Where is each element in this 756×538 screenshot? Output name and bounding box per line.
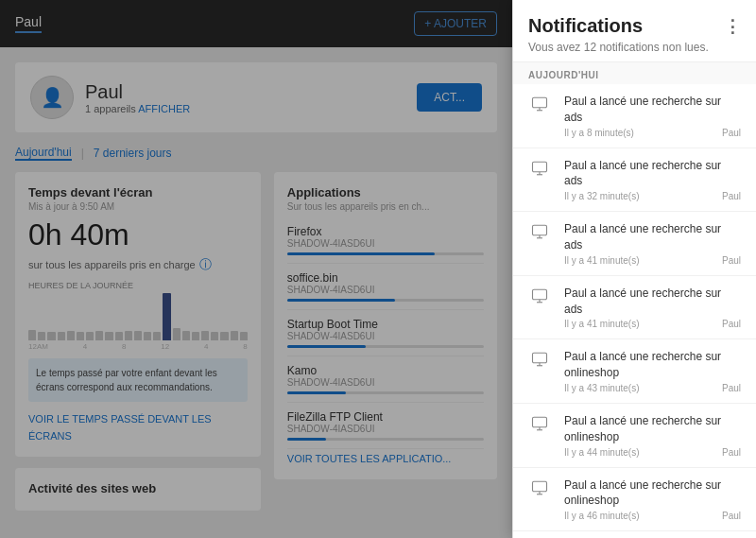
notif-meta-6: Il y a 46 minute(s) Paul bbox=[564, 511, 741, 521]
monitor-icon-2 bbox=[528, 223, 555, 242]
notifications-section-label: AUJOURD'HUI bbox=[513, 62, 756, 84]
notif-body-3: Paul a lancé une recherche sur ads Il y … bbox=[564, 286, 741, 330]
notif-user-4: Paul bbox=[722, 383, 741, 393]
notif-text-2: Paul a lancé une recherche sur ads bbox=[564, 221, 741, 253]
notif-time-2: Il y a 41 minute(s) bbox=[564, 255, 639, 266]
notif-body-2: Paul a lancé une recherche sur ads Il y … bbox=[564, 221, 741, 266]
overlay bbox=[0, 0, 512, 538]
notif-meta-1: Il y a 32 minute(s) Paul bbox=[564, 191, 741, 201]
notification-item-5[interactable]: Paul a lancé une recherche sur onlinesho… bbox=[513, 404, 756, 468]
notifications-subtitle: Vous avez 12 notifications non lues. bbox=[528, 41, 741, 54]
notification-item-0[interactable]: Paul a lancé une recherche sur ads Il y … bbox=[513, 84, 756, 148]
notif-time-1: Il y a 32 minute(s) bbox=[564, 191, 639, 201]
notification-item-2[interactable]: Paul a lancé une recherche sur ads Il y … bbox=[513, 212, 756, 276]
notification-item-6[interactable]: Paul a lancé une recherche sur onlinesho… bbox=[513, 468, 756, 532]
svg-rect-18 bbox=[533, 481, 547, 492]
monitor-icon-0 bbox=[528, 95, 555, 114]
notif-user-2: Paul bbox=[722, 255, 741, 266]
monitor-icon-1 bbox=[528, 160, 555, 179]
svg-rect-15 bbox=[533, 417, 547, 427]
notif-time-4: Il y a 43 minute(s) bbox=[564, 383, 639, 393]
monitor-icon-3 bbox=[528, 287, 555, 306]
svg-rect-9 bbox=[533, 289, 547, 300]
svg-rect-12 bbox=[533, 354, 547, 364]
notif-text-1: Paul a lancé une recherche sur ads bbox=[564, 158, 741, 190]
notif-meta-0: Il y a 8 minute(s) Paul bbox=[564, 128, 741, 138]
notifications-list: Paul a lancé une recherche sur ads Il y … bbox=[513, 84, 756, 538]
notif-time-0: Il y a 8 minute(s) bbox=[564, 128, 634, 138]
more-options-icon[interactable]: ⋮ bbox=[724, 16, 741, 37]
notif-user-3: Paul bbox=[722, 319, 741, 329]
notif-body-0: Paul a lancé une recherche sur ads Il y … bbox=[564, 94, 741, 138]
notif-text-3: Paul a lancé une recherche sur ads bbox=[564, 286, 741, 318]
svg-rect-6 bbox=[533, 225, 547, 235]
notif-user-0: Paul bbox=[722, 128, 741, 138]
notif-user-5: Paul bbox=[722, 447, 741, 458]
svg-rect-3 bbox=[533, 162, 547, 172]
monitor-icon-4 bbox=[528, 351, 555, 370]
monitor-icon-5 bbox=[528, 415, 555, 434]
notif-meta-3: Il y a 41 minute(s) Paul bbox=[564, 319, 741, 329]
notif-user-1: Paul bbox=[722, 191, 741, 201]
notif-body-1: Paul a lancé une recherche sur ads Il y … bbox=[564, 158, 741, 202]
notif-time-6: Il y a 46 minute(s) bbox=[564, 511, 639, 521]
notif-meta-4: Il y a 43 minute(s) Paul bbox=[564, 383, 741, 393]
notifications-title-row: Notifications ⋮ bbox=[528, 15, 741, 37]
notif-time-5: Il y a 44 minute(s) bbox=[564, 447, 639, 458]
notification-item-4[interactable]: Paul a lancé une recherche sur onlinesho… bbox=[513, 339, 756, 404]
notif-meta-5: Il y a 44 minute(s) Paul bbox=[564, 447, 741, 458]
notif-body-6: Paul a lancé une recherche sur onlinesho… bbox=[564, 477, 741, 522]
notification-item-7[interactable]: Paul a lancé une recherche sur ads Il y … bbox=[513, 531, 756, 538]
notif-text-0: Paul a lancé une recherche sur ads bbox=[564, 94, 741, 126]
notifications-header: Notifications ⋮ Vous avez 12 notificatio… bbox=[513, 0, 756, 62]
notif-body-5: Paul a lancé une recherche sur onlinesho… bbox=[564, 413, 741, 458]
notification-item-3[interactable]: Paul a lancé une recherche sur ads Il y … bbox=[513, 276, 756, 340]
notifications-title: Notifications bbox=[528, 15, 643, 37]
monitor-icon-6 bbox=[528, 479, 555, 498]
notif-time-3: Il y a 41 minute(s) bbox=[564, 319, 639, 329]
notif-meta-2: Il y a 41 minute(s) Paul bbox=[564, 255, 741, 266]
notif-body-4: Paul a lancé une recherche sur onlinesho… bbox=[564, 349, 741, 393]
notif-text-4: Paul a lancé une recherche sur onlinesho… bbox=[564, 349, 741, 381]
notif-text-5: Paul a lancé une recherche sur onlinesho… bbox=[564, 413, 741, 445]
notifications-panel: Notifications ⋮ Vous avez 12 notificatio… bbox=[512, 0, 756, 538]
notif-text-6: Paul a lancé une recherche sur onlinesho… bbox=[564, 477, 741, 510]
notification-item-1[interactable]: Paul a lancé une recherche sur ads Il y … bbox=[513, 148, 756, 213]
svg-rect-0 bbox=[533, 97, 547, 108]
notif-user-6: Paul bbox=[722, 511, 741, 521]
